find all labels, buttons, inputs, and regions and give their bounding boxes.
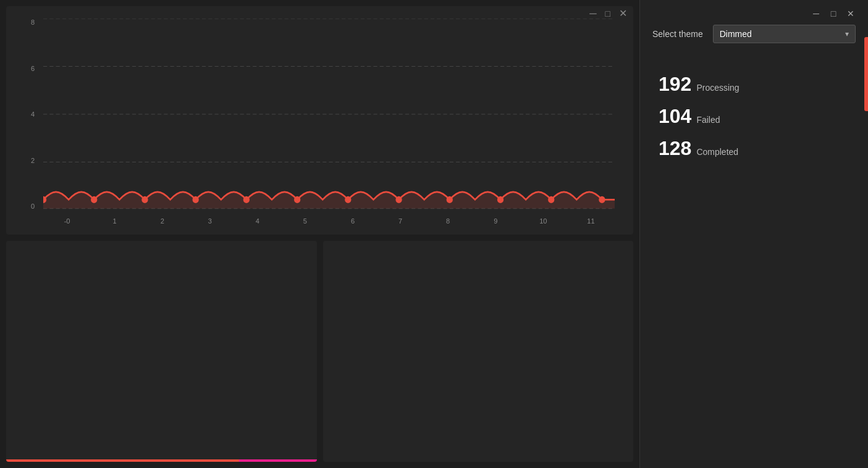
wm-controls: ─ □ ✕ [589, 7, 627, 19]
right-panel: Select theme Dimmed ▾ 192 Processing 104… [639, 0, 868, 468]
svg-point-6 [91, 196, 97, 203]
chart-panel: 0 2 4 6 8 [6, 6, 633, 235]
window-controls: ─ □ ✕ [811, 9, 856, 19]
svg-point-14 [497, 196, 504, 203]
chevron-down-icon: ▾ [845, 30, 849, 38]
svg-point-10 [294, 196, 300, 203]
x-label-9: 9 [472, 217, 520, 225]
x-label-8: 8 [424, 217, 472, 225]
accent-red [6, 459, 239, 462]
theme-selected-value: Dimmed [720, 29, 752, 39]
svg-point-8 [193, 196, 199, 203]
bottom-accent [6, 459, 317, 462]
svg-point-9 [243, 196, 250, 203]
failed-stat: 104 Failed [659, 106, 849, 126]
wm-maximize[interactable]: □ [605, 9, 610, 19]
y-axis: 0 2 4 6 8 [19, 19, 37, 210]
stats-section: 192 Processing 104 Failed 128 Completed [640, 56, 868, 170]
main-content: 0 2 4 6 8 [0, 0, 639, 468]
theme-select-dropdown[interactable]: Dimmed ▾ [713, 25, 856, 43]
minimize-button[interactable]: ─ [811, 9, 821, 19]
x-label-1: 1 [91, 217, 138, 225]
svg-point-12 [395, 196, 402, 203]
chart-area: 0 2 4 6 8 [19, 19, 621, 228]
theme-label: Select theme [652, 29, 703, 39]
x-label-5: 5 [281, 217, 329, 225]
svg-point-7 [141, 196, 148, 203]
y-label-6: 6 [21, 65, 35, 72]
accent-bar [864, 37, 868, 111]
wm-minimize[interactable]: ─ [589, 8, 596, 19]
close-button[interactable]: ✕ [846, 9, 856, 19]
maximize-button[interactable]: □ [828, 9, 838, 19]
x-label-4: 4 [234, 217, 281, 225]
x-label-6: 6 [329, 217, 376, 225]
processing-number: 192 [659, 74, 691, 94]
y-label-0: 0 [21, 203, 35, 210]
x-label-10: 10 [520, 217, 567, 225]
x-label-7: 7 [377, 217, 424, 225]
accent-pink [239, 459, 317, 462]
processing-stat: 192 Processing [659, 74, 849, 94]
x-label-3: 3 [186, 217, 234, 225]
chart-svg [43, 19, 615, 210]
svg-point-16 [599, 196, 605, 203]
completed-label: Completed [696, 147, 738, 157]
chart-canvas [43, 19, 615, 210]
y-label-2: 2 [21, 157, 35, 164]
x-label-11: 11 [567, 217, 615, 225]
x-label-0: -0 [43, 217, 91, 225]
completed-number: 128 [659, 138, 691, 158]
y-label-4: 4 [21, 111, 35, 118]
bottom-panels [6, 241, 633, 462]
y-label-8: 8 [21, 19, 35, 26]
bottom-panel-right [323, 241, 634, 462]
failed-number: 104 [659, 106, 691, 126]
svg-point-13 [447, 196, 453, 203]
processing-label: Processing [696, 83, 739, 93]
bottom-panel-left [6, 241, 317, 462]
failed-label: Failed [696, 115, 720, 125]
svg-point-11 [345, 196, 351, 203]
completed-stat: 128 Completed [659, 138, 849, 158]
svg-point-15 [548, 196, 554, 203]
x-axis: -0 1 2 3 4 5 6 7 8 9 10 11 [43, 213, 615, 228]
x-label-2: 2 [138, 217, 186, 225]
wm-close[interactable]: ✕ [619, 7, 627, 19]
